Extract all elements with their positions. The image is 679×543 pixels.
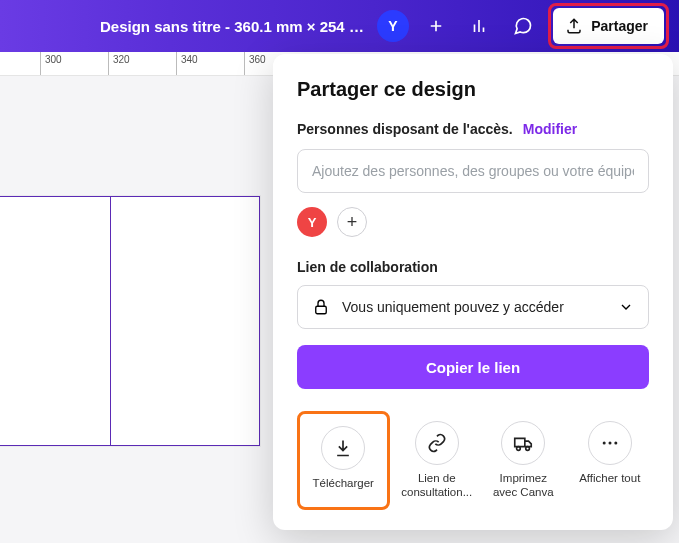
share-button[interactable]: Partager	[553, 8, 664, 44]
view-link-action-label: Lien de consultation...	[400, 471, 475, 500]
svg-rect-2	[316, 306, 327, 314]
canvas-page[interactable]	[0, 196, 260, 446]
share-panel-title: Partager ce design	[297, 78, 649, 101]
share-actions-grid: Télécharger Lien de consultation... Impr…	[297, 411, 649, 510]
truck-icon	[512, 432, 534, 454]
lock-icon	[312, 298, 330, 316]
share-panel: Partager ce design Personnes disposant d…	[273, 54, 673, 530]
add-person-button[interactable]: +	[337, 207, 367, 237]
copy-link-button[interactable]: Copier le lien	[297, 345, 649, 389]
more-icon	[600, 433, 620, 453]
download-action[interactable]: Télécharger	[297, 411, 390, 510]
share-button-highlight: Partager	[548, 3, 669, 49]
show-all-action[interactable]: Afficher tout	[571, 411, 650, 510]
svg-point-4	[526, 447, 530, 451]
plus-icon	[427, 17, 445, 35]
add-button[interactable]	[419, 8, 454, 44]
bar-chart-icon	[470, 17, 488, 35]
download-action-label: Télécharger	[313, 476, 374, 490]
add-people-input[interactable]	[297, 149, 649, 193]
chevron-down-icon	[618, 299, 634, 315]
link-access-dropdown[interactable]: Vous uniquement pouvez y accéder	[297, 285, 649, 329]
collaboration-section-label: Lien de collaboration	[297, 259, 649, 275]
user-avatar[interactable]: Y	[377, 10, 408, 42]
modify-access-link[interactable]: Modifier	[523, 121, 577, 137]
print-action[interactable]: Imprimez avec Canva	[484, 411, 563, 510]
svg-point-3	[517, 447, 521, 451]
page-guide-line	[110, 197, 111, 445]
upload-icon	[565, 17, 583, 35]
people-avatars: Y +	[297, 207, 649, 237]
comment-icon	[513, 16, 533, 36]
show-all-action-label: Afficher tout	[579, 471, 640, 485]
view-link-action[interactable]: Lien de consultation...	[398, 411, 477, 510]
print-action-label: Imprimez avec Canva	[486, 471, 561, 500]
download-icon	[333, 438, 353, 458]
link-icon	[427, 433, 447, 453]
owner-avatar[interactable]: Y	[297, 207, 327, 237]
document-title: Design sans titre - 360.1 mm × 254 mm	[14, 18, 369, 35]
top-bar: Design sans titre - 360.1 mm × 254 mm Y …	[0, 0, 679, 52]
svg-point-7	[614, 442, 617, 445]
link-access-value: Vous uniquement pouvez y accéder	[342, 299, 606, 315]
analytics-button[interactable]	[462, 8, 497, 44]
access-row: Personnes disposant de l'accès. Modifier	[297, 121, 649, 137]
share-button-label: Partager	[591, 18, 648, 34]
access-label: Personnes disposant de l'accès.	[297, 121, 513, 137]
svg-point-6	[608, 442, 611, 445]
svg-point-5	[602, 442, 605, 445]
comment-button[interactable]	[505, 8, 540, 44]
